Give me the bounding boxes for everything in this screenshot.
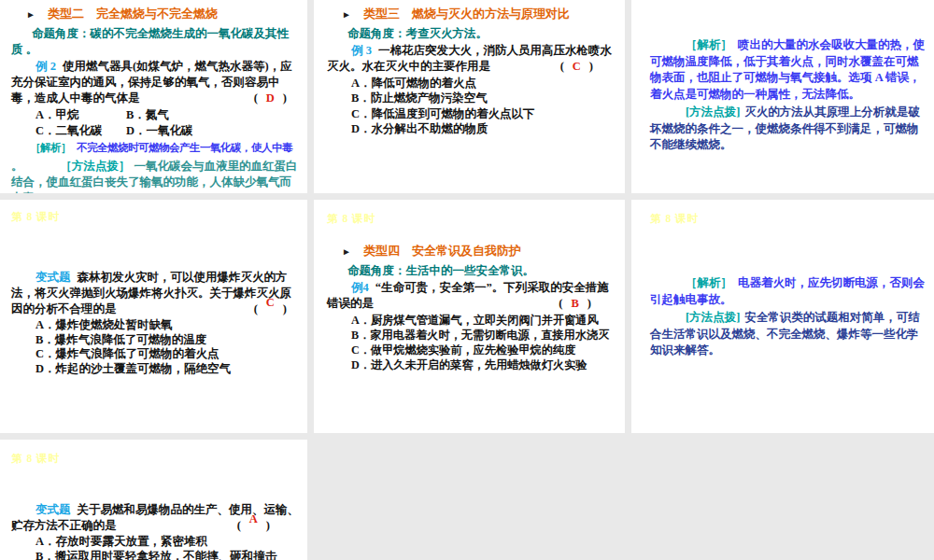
option-d: D．进入久未开启的菜窖，先用蜡烛做灯火实验: [351, 357, 616, 372]
method-tip-text: 。［方法点拨］一氧化碳会与血液里的血红蛋白结合，使血红蛋白丧失了输氧的功能，人体…: [11, 159, 300, 194]
bullet-arrow-icon: ►: [26, 9, 35, 20]
slide-analysis-extinguishing[interactable]: ［解析］喷出的大量的水会吸收大量的热，使可燃物温度降低，低于其着火点，同时水覆盖…: [631, 0, 934, 193]
paren-close: ): [266, 519, 270, 532]
tip-prefix: 。: [11, 160, 23, 173]
answer-mark: (C): [560, 59, 593, 75]
options-list: A．存放时要露天放置，紧密堆积 B．搬运取用时要轻拿轻放，不能摔、砸和撞击 C．…: [35, 535, 300, 560]
analysis-label: ［解析］: [686, 276, 732, 289]
answer-letter: B: [571, 297, 578, 310]
lesson-badge: 第 8 课时: [11, 451, 300, 467]
question-text: 例4“生命可贵，安全第一”。下列采取的安全措施错误的是(B): [327, 280, 616, 312]
option-a: A．降低可燃物的着火点: [351, 76, 616, 91]
option-a: A．甲烷: [35, 107, 126, 123]
topic-angle: 命题角度：考查灭火方法。: [327, 26, 616, 42]
analysis-text: ［解析］电器着火时，应先切断电源，否则会引起触电事故。: [650, 275, 925, 308]
lesson-badge: 第 8 课时: [650, 211, 925, 227]
lesson-badge: 第 8 课时: [327, 211, 616, 227]
option-d: D．水分解出不助燃的物质: [351, 121, 616, 137]
option-b: B．爆炸气浪降低了可燃物的温度: [35, 333, 300, 348]
tip-body: 一氧化碳会与血液里的血红蛋白结合，使血红蛋白丧失了输氧的功能，人体缺少氧气而中毒…: [11, 160, 298, 194]
answer-letter: A: [249, 511, 258, 527]
option-b: B．防止燃烧产物污染空气: [351, 91, 616, 106]
option-b: B．搬运取用时要轻拿轻放，不能摔、砸和撞击: [35, 550, 300, 560]
question-text: 例 2使用燃气器具(如煤气炉，燃气热水器等)，应充分保证室内的通风，保持足够的氧…: [11, 59, 300, 106]
paren-open: (: [560, 60, 564, 73]
bullet-arrow-icon: ►: [342, 9, 351, 20]
option-d: D．炸起的沙土覆盖可燃物，隔绝空气: [35, 362, 300, 377]
variant-label: 变式题: [35, 503, 71, 516]
variant-label: 变式题: [35, 271, 71, 284]
option-a: A．爆炸使燃烧处暂时缺氧: [35, 318, 300, 333]
paren-open: (: [559, 297, 562, 310]
topic-angle: 命题角度：碳的不完全燃烧生成的一氧化碳及其性质 。: [11, 26, 300, 58]
option-c: C．爆炸气浪降低了可燃物的着火点: [35, 347, 300, 362]
options-list: A．降低可燃物的着火点 B．防止燃烧产物污染空气 C．降低温度到可燃物的着火点以…: [351, 76, 616, 137]
options-list: A．甲烷 B．氮气 C．二氧化碳 D．一氧化碳: [35, 107, 300, 139]
analysis-label: ［解析］: [686, 38, 732, 51]
answer-mark: (A): [237, 518, 270, 534]
option-c: C．做甲烷燃烧实验前，应先检验甲烷的纯度: [351, 343, 616, 357]
answer-mark: (C): [254, 301, 287, 317]
analysis-text: ［解析］喷出的大量的水会吸收大量的热，使可燃物温度降低，低于其着火点，同时水覆盖…: [650, 37, 925, 103]
question-text: 例 3一棉花店突发大火，消防人员用高压水枪喷水灭火。水在灭火中的主要作用是(C): [327, 43, 616, 75]
slide-type4-safety[interactable]: 第 8 课时 ►类型四 安全常识及自我防护 命题角度：生活中的一些安全常识。 例…: [314, 200, 625, 433]
option-c: C．降低温度到可燃物的着火点以下: [351, 106, 616, 122]
bullet-arrow-icon: ►: [342, 246, 351, 257]
example-label: 例 3: [351, 44, 372, 57]
slide-type2-combustion[interactable]: ►类型二 完全燃烧与不完全燃烧 命题角度：碳的不完全燃烧生成的一氧化碳及其性质 …: [0, 0, 307, 193]
option-c: C．二氧化碳: [35, 123, 126, 139]
option-a: A．存放时要露天放置，紧密堆积: [35, 535, 300, 550]
paren-open: (: [254, 302, 258, 315]
slide-type3-extinguishing[interactable]: ►类型三 燃烧与灭火的方法与原理对比 命题角度：考查灭火方法。 例 3一棉花店突…: [314, 0, 625, 193]
tip-label: ［方法点拨］: [61, 160, 131, 173]
answer-letter: C: [266, 295, 275, 311]
method-tip-text: [方法点拨]安全常识类的试题相对简单，可结合生活常识以及燃烧、不完全燃烧、爆炸等…: [650, 310, 925, 359]
paren-close: ): [283, 302, 287, 315]
example-label: 例4: [351, 281, 369, 294]
option-a: A．厨房煤气管道漏气，立即关闭阀门并开窗通风: [351, 313, 616, 328]
answer-mark: (D): [254, 91, 287, 106]
example-label: 例 2: [35, 60, 56, 73]
option-b: B．氮气: [126, 107, 300, 123]
slide-analysis-safety[interactable]: 第 8 课时 ［解析］电器着火时，应先切断电源，否则会引起触电事故。 [方法点拨…: [631, 200, 934, 433]
paren-open: (: [254, 91, 258, 105]
paren-close: ): [587, 297, 591, 310]
slide-variant-flammable-storage[interactable]: 第 8 课时 变式题关于易燃和易爆物品的生产、使用、运输、贮存方法不正确的是(A…: [0, 440, 307, 560]
slide-type-title: ►类型三 燃烧与灭火的方法与原理对比: [327, 7, 572, 22]
slide-type-title: ►类型二 完全燃烧与不完全燃烧: [11, 7, 300, 22]
lesson-badge: 第 8 课时: [11, 209, 300, 225]
tip-label: [方法点拨]: [686, 105, 740, 119]
title-text: 类型三 燃烧与灭火的方法与原理对比: [363, 7, 570, 21]
paren-close: ): [283, 91, 287, 105]
title-text: 类型四 安全常识及自我防护: [363, 244, 521, 258]
analysis-label: ［解析］: [30, 142, 71, 153]
method-tip-text: [方法点拨]灭火的方法从其原理上分析就是破坏燃烧的条件之一，使燃烧条件得不到满足…: [650, 105, 925, 154]
answer-letter: D: [266, 91, 275, 105]
title-text: 类型二 完全燃烧与不完全燃烧: [48, 7, 218, 21]
slide-type-title: ►类型四 安全常识及自我防护: [327, 244, 523, 259]
options-list: A．爆炸使燃烧处暂时缺氧 B．爆炸气浪降低了可燃物的温度 C．爆炸气浪降低了可燃…: [35, 318, 300, 376]
paren-close: ): [589, 60, 593, 73]
topic-angle: 命题角度：生活中的一些安全常识。: [327, 263, 616, 279]
analysis-text: ［解析］不完全燃烧时可燃物会产生一氧化碳，使人中毒: [11, 140, 300, 156]
answer-mark: (B): [559, 296, 591, 312]
question-text: 变式题关于易燃和易爆物品的生产、使用、运输、贮存方法不正确的是(A): [11, 502, 300, 534]
option-d: D．一氧化碳: [126, 123, 300, 139]
option-b: B．家用电器着火时，无需切断电源，直接用水浇灭: [351, 328, 616, 343]
answer-letter: C: [573, 60, 581, 73]
paren-open: (: [237, 519, 241, 532]
slide-variant-explosion-extinguish[interactable]: 第 8 课时 变式题森林初发火灾时，可以使用爆炸灭火的方法，将灭火弹抛到火场爆炸…: [0, 200, 307, 433]
analysis-body: 不完全燃烧时可燃物会产生一氧化碳，使人中毒: [77, 142, 292, 153]
options-list: A．厨房煤气管道漏气，立即关闭阀门并开窗通风 B．家用电器着火时，无需切断电源，…: [351, 313, 616, 372]
question-text: 变式题森林初发火灾时，可以使用爆炸灭火的方法，将灭火弹抛到火场爆炸将火扑灭。关于…: [11, 270, 300, 317]
tip-label: [方法点拨]: [686, 311, 740, 324]
